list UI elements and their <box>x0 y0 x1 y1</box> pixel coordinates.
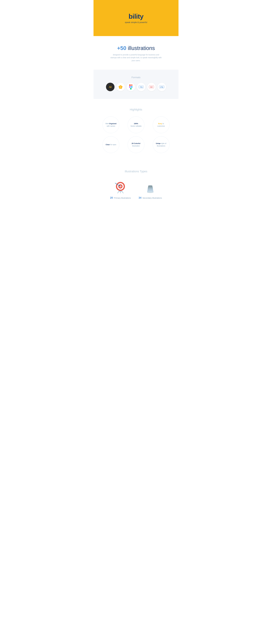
secondary-label: 34 Secondary illustrations <box>138 196 162 199</box>
primary-label: 20 Primary illustrations <box>110 196 131 199</box>
stats-description: designed to provide a powerful language … <box>110 53 162 62</box>
highlight-vector: 100%Vector editable <box>128 116 144 133</box>
types-row: 20 Primary illustrations <box>96 180 176 199</box>
highlights-title: Highlights <box>96 108 176 111</box>
primary-count: 20 <box>110 196 113 199</box>
secondary-count: 34 <box>138 196 142 199</box>
type-primary: 20 Primary illustrations <box>110 180 131 199</box>
format-eps: eps <box>147 83 156 91</box>
highlight-vector-bold: 100% <box>134 122 138 124</box>
hero-section: bility speak simple & powerful <box>94 0 178 36</box>
highlight-unique-bold: Uniqe <box>156 142 160 144</box>
format-svg-label: svg <box>139 86 144 88</box>
highlight-colorful: 20 Colorfulillustration <box>128 136 144 153</box>
format-svg: svg <box>137 83 146 91</box>
types-title: Illustrations Types <box>96 170 176 173</box>
format-png: png <box>158 83 166 91</box>
target-illustration <box>110 180 131 194</box>
stats-section: +50 illustrations designed to provide a … <box>94 36 178 70</box>
formats-title: Formats <box>96 76 176 79</box>
primary-text: Primary illustrations <box>114 197 131 199</box>
secondary-text: Secondary illustrations <box>142 197 162 199</box>
format-eps-label: eps <box>149 86 154 88</box>
formats-row: Ai <box>96 83 176 91</box>
formats-section: Formats Ai <box>94 70 178 99</box>
format-sketch <box>116 83 125 91</box>
svg-point-24 <box>148 185 152 186</box>
hero-title: bility <box>128 12 143 20</box>
highlight-colorful-bold: 20 Colorful <box>132 142 140 144</box>
highlights-grid: Well Orgnized with names 100%Vector edit… <box>100 116 172 153</box>
format-figma <box>126 83 135 91</box>
books-illustration <box>138 184 162 194</box>
types-section: Illustrations Types <box>94 161 178 207</box>
highlight-clear: Clear for eyes <box>102 136 119 153</box>
stats-count: +50 illustrations <box>96 45 176 51</box>
highlight-organized: Well Orgnized with names <box>102 116 119 133</box>
format-png-label: png <box>159 86 164 88</box>
stats-label: illustrations <box>128 45 155 51</box>
highlight-customize: Easy to customize <box>153 116 170 133</box>
hero-subtitle: speak simple & powerful <box>125 21 147 24</box>
type-secondary: 34 Secondary illustrations <box>138 184 162 199</box>
highlight-customize-bold: Easy <box>158 122 162 124</box>
highlights-section: Highlights Well Orgnized with names 100%… <box>94 99 178 161</box>
stats-number: +50 <box>117 45 126 51</box>
highlight-organized-bold: Orgnized <box>109 122 116 124</box>
highlight-clear-bold: Clear <box>106 144 110 146</box>
highlight-unique: Uniqe style of illustrations <box>153 136 170 153</box>
format-ai: Ai <box>106 83 114 91</box>
